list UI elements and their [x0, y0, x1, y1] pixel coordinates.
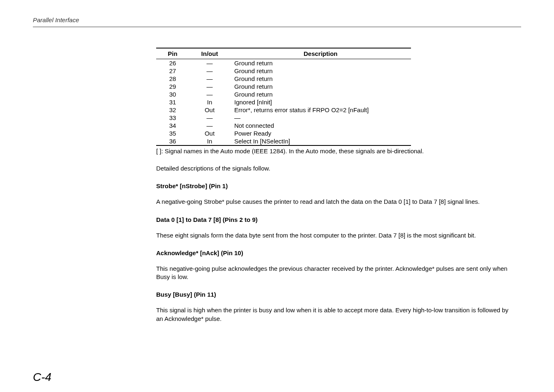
cell-pin: 27 — [156, 67, 189, 75]
cell-description: Power Ready — [230, 129, 411, 137]
section-body-strobe: A negative-going Strobe* pulse causes th… — [156, 198, 513, 206]
cell-pin: 35 — [156, 129, 189, 137]
cell-pin: 26 — [156, 59, 189, 67]
cell-inout: In — [189, 98, 230, 106]
table-row: 27 — Ground return — [156, 67, 411, 75]
intro-paragraph: Detailed descriptions of the signals fol… — [156, 164, 513, 173]
table-row: 36 In Select In [NSelectIn] — [156, 137, 411, 145]
cell-description: Ground return — [230, 75, 411, 83]
cell-inout: — — [189, 122, 230, 129]
cell-description: Ground return — [230, 90, 411, 98]
table-footnote: [ ]: Signal names in the Auto mode (IEEE… — [156, 148, 513, 154]
section-heading-data: Data 0 [1] to Data 7 [8] (Pins 2 to 9) — [156, 216, 513, 223]
cell-inout: Out — [189, 106, 230, 114]
cell-inout: In — [189, 137, 230, 145]
table-row: 30 — Ground return — [156, 90, 411, 98]
cell-description: Select In [NSelectIn] — [230, 137, 411, 145]
cell-description: Not connected — [230, 122, 411, 129]
header-label: Parallel Interface — [33, 16, 521, 23]
table-row: 31 In Ignored [nInit] — [156, 98, 411, 106]
section-heading-busy: Busy [Busy] (Pin 11) — [156, 291, 513, 298]
cell-pin: 36 — [156, 137, 189, 145]
cell-pin: 34 — [156, 122, 189, 129]
cell-inout: — — [189, 90, 230, 98]
header-rule — [33, 27, 521, 27]
cell-inout: — — [189, 83, 230, 90]
col-header-inout: In/out — [189, 48, 230, 59]
cell-description: Error*, returns error status if FRPO O2=… — [230, 106, 411, 114]
table-row: 33 — — — [156, 114, 411, 122]
cell-pin: 32 — [156, 106, 189, 114]
section-body-acknowledge: This negative-going pulse acknowledges t… — [156, 265, 513, 281]
cell-description: Ignored [nInit] — [230, 98, 411, 106]
section-heading-acknowledge: Acknowledge* [nAck] (Pin 10) — [156, 249, 513, 256]
cell-description: Ground return — [230, 59, 411, 67]
cell-pin: 30 — [156, 90, 189, 98]
cell-inout: — — [189, 67, 230, 75]
table-row: 28 — Ground return — [156, 75, 411, 83]
cell-inout: — — [189, 59, 230, 67]
pin-table: Pin In/out Description 26 — Ground retur… — [156, 48, 411, 146]
table-row: 34 — Not connected — [156, 122, 411, 129]
section-body-data: These eight signals form the data byte s… — [156, 231, 513, 240]
table-row: 29 — Ground return — [156, 83, 411, 90]
table-row: 35 Out Power Ready — [156, 129, 411, 137]
cell-pin: 33 — [156, 114, 189, 122]
cell-inout: — — [189, 114, 230, 122]
content-area: Pin In/out Description 26 — Ground retur… — [156, 48, 513, 323]
section-body-busy: This signal is high when the printer is … — [156, 306, 513, 323]
table-header-row: Pin In/out Description — [156, 48, 411, 59]
section-heading-strobe: Strobe* [nStrobe] (Pin 1) — [156, 182, 513, 189]
table-row: 26 — Ground return — [156, 59, 411, 67]
col-header-description: Description — [230, 48, 411, 59]
col-header-pin: Pin — [156, 48, 189, 59]
cell-description: Ground return — [230, 67, 411, 75]
cell-pin: 31 — [156, 98, 189, 106]
cell-inout: Out — [189, 129, 230, 137]
cell-inout: — — [189, 75, 230, 83]
page-number: C-4 — [33, 371, 51, 384]
table-row: 32 Out Error*, returns error status if F… — [156, 106, 411, 114]
cell-description: — — [230, 114, 411, 122]
cell-pin: 28 — [156, 75, 189, 83]
cell-pin: 29 — [156, 83, 189, 90]
cell-description: Ground return — [230, 83, 411, 90]
